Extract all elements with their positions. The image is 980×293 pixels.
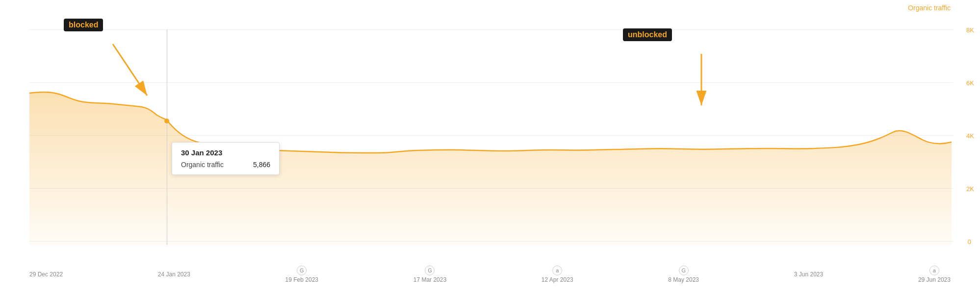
y-label-4k: 4K — [966, 131, 974, 140]
tooltip-row: Organic traffic 5,866 — [181, 161, 270, 169]
a-icon-jun29: a — [929, 266, 939, 275]
g-icon-may: G — [679, 266, 689, 275]
tooltip-vertical-line — [167, 29, 167, 245]
x-label-apr2023: a 12 Apr 2023 — [542, 266, 573, 283]
g-icon-feb: G — [297, 266, 307, 275]
x-label-jun2023: 3 Jun 2023 — [794, 271, 823, 278]
svg-line-1 — [113, 44, 147, 96]
x-label-may2023: G 8 May 2023 — [668, 266, 699, 283]
tooltip-value: 5,866 — [253, 161, 270, 169]
tooltip-metric: Organic traffic — [181, 161, 224, 169]
a-icon-apr: a — [552, 266, 562, 275]
unblocked-annotation: unblocked — [623, 28, 672, 41]
x-axis: 29 Dec 2022 24 Jan 2023 G 19 Feb 2023 G … — [29, 266, 951, 283]
g-icon-mar: G — [425, 266, 435, 275]
y-label-0: 0 — [968, 237, 971, 246]
blocked-arrow — [98, 39, 162, 103]
chart-tooltip: 30 Jan 2023 Organic traffic 5,866 — [172, 142, 280, 175]
blocked-annotation: blocked — [64, 19, 103, 31]
x-label-mar2023: G 17 Mar 2023 — [413, 266, 446, 283]
tooltip-date: 30 Jan 2023 — [181, 148, 270, 157]
chart-dot — [164, 119, 169, 123]
y-label-8k: 8K — [966, 25, 974, 34]
legend-label: Organic traffic — [908, 4, 951, 12]
x-label-dec2022: 29 Dec 2022 — [29, 271, 63, 278]
x-label-feb2023: G 19 Feb 2023 — [285, 266, 318, 283]
chart-container: Organic traffic 8K 6K 4K 2K 0 — [0, 0, 980, 293]
y-label-6k: 6K — [966, 78, 974, 87]
x-label-jan2023: 24 Jan 2023 — [158, 271, 190, 278]
unblocked-arrow — [672, 49, 731, 113]
y-label-2k: 2K — [966, 184, 974, 193]
chart-svg — [29, 29, 952, 245]
x-label-jun29-2023: a 29 Jun 2023 — [918, 266, 951, 283]
